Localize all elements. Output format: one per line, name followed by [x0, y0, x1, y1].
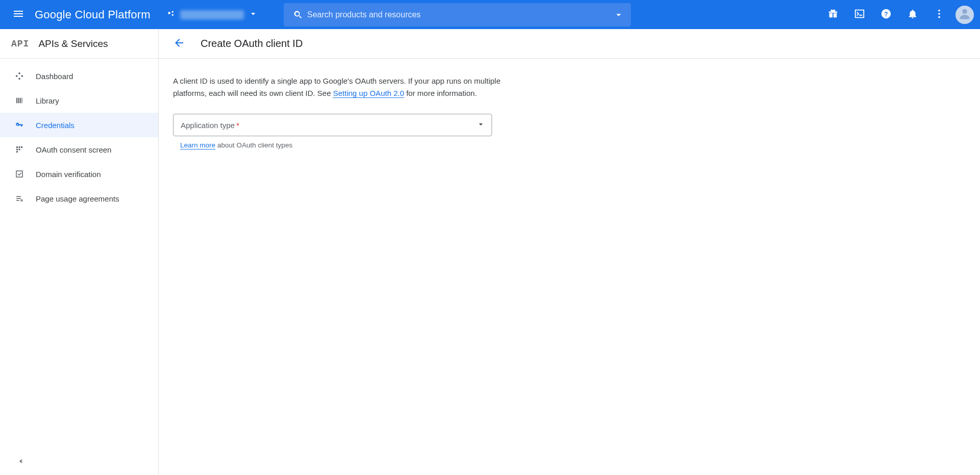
- sidebar-item-label: Library: [36, 96, 59, 105]
- main-content: A client ID is used to identify a single…: [159, 59, 516, 165]
- sidebar-nav: Dashboard Library Credentials OAuth cons…: [0, 59, 158, 211]
- account-avatar[interactable]: [955, 6, 974, 24]
- select-label: Application type: [181, 121, 235, 130]
- help-icon: ?: [880, 8, 892, 21]
- sidebar-collapse-button[interactable]: [13, 455, 28, 469]
- api-logo-icon: API: [11, 39, 29, 49]
- project-icon: [167, 9, 176, 20]
- sidebar-item-label: OAuth consent screen: [36, 145, 111, 154]
- sidebar-item-label: Dashboard: [36, 72, 73, 81]
- sidebar-section-title: APIs & Services: [38, 38, 108, 49]
- search-icon: [289, 10, 307, 20]
- search-box[interactable]: [284, 3, 631, 27]
- agreement-icon: [14, 194, 24, 203]
- chevron-down-icon[interactable]: [611, 9, 626, 20]
- chevron-left-icon: [16, 457, 24, 467]
- svg-point-9: [17, 124, 18, 125]
- sidebar-item-domain-verification[interactable]: Domain verification: [0, 162, 158, 186]
- notifications-button[interactable]: [900, 3, 925, 27]
- gift-icon: [827, 8, 839, 21]
- sidebar-item-dashboard[interactable]: Dashboard: [0, 64, 158, 88]
- setting-up-oauth-link[interactable]: Setting up OAuth 2.0: [333, 89, 404, 98]
- arrow-left-icon: [173, 37, 185, 51]
- svg-text:?: ?: [884, 11, 888, 18]
- help-button[interactable]: ?: [874, 3, 898, 27]
- description-text: A client ID is used to identify a single…: [173, 75, 502, 99]
- required-asterisk: *: [236, 121, 239, 130]
- menu-icon: [12, 8, 24, 21]
- avatar-icon: [958, 7, 972, 22]
- sidebar-item-label: Page usage agreements: [36, 194, 119, 203]
- application-type-select[interactable]: Application type*: [173, 114, 492, 136]
- helper-text: Learn more about OAuth client types: [173, 141, 502, 149]
- chevron-down-icon: [248, 9, 258, 20]
- sidebar-item-page-usage-agreements[interactable]: Page usage agreements: [0, 186, 158, 211]
- svg-point-7: [938, 16, 940, 18]
- library-icon: [14, 96, 24, 105]
- project-name: [180, 10, 244, 19]
- key-icon: [14, 120, 24, 130]
- learn-more-link[interactable]: Learn more: [180, 141, 215, 149]
- svg-point-6: [938, 13, 940, 15]
- desc-post: for more information.: [404, 89, 477, 97]
- consent-icon: [14, 145, 24, 154]
- sidebar-item-library[interactable]: Library: [0, 88, 158, 113]
- more-vert-icon: [934, 8, 945, 21]
- cloud-shell-icon: [854, 8, 865, 21]
- svg-point-2: [172, 14, 173, 16]
- dashboard-icon: [14, 71, 24, 81]
- product-logo[interactable]: Google Cloud Platform: [33, 8, 157, 21]
- sidebar-header[interactable]: API APIs & Services: [0, 29, 158, 59]
- topbar: Google Cloud Platform ?: [0, 0, 980, 29]
- sidebar-item-label: Domain verification: [36, 170, 101, 179]
- helper-post: about OAuth client types: [215, 141, 292, 149]
- check-box-icon: [14, 169, 24, 179]
- svg-point-1: [172, 11, 173, 13]
- nav-menu-button[interactable]: [6, 3, 31, 27]
- bell-icon: [907, 8, 918, 21]
- cloud-shell-button[interactable]: [847, 3, 872, 27]
- main: Create OAuth client ID A client ID is us…: [159, 29, 980, 475]
- back-button[interactable]: [170, 35, 188, 53]
- sidebar-item-credentials[interactable]: Credentials: [0, 113, 158, 137]
- sidebar: API APIs & Services Dashboard Library: [0, 29, 159, 475]
- main-header: Create OAuth client ID: [159, 29, 980, 59]
- project-picker[interactable]: [162, 6, 263, 24]
- free-trial-button[interactable]: [821, 3, 845, 27]
- chevron-down-icon: [476, 120, 485, 131]
- sidebar-item-oauth-consent[interactable]: OAuth consent screen: [0, 137, 158, 162]
- svg-point-0: [168, 12, 170, 14]
- sidebar-item-label: Credentials: [36, 121, 75, 130]
- search-input[interactable]: [307, 10, 611, 19]
- svg-point-8: [962, 9, 967, 14]
- svg-point-5: [938, 10, 940, 12]
- shell: API APIs & Services Dashboard Library: [0, 29, 980, 475]
- page-title: Create OAuth client ID: [201, 38, 303, 49]
- more-button[interactable]: [927, 3, 951, 27]
